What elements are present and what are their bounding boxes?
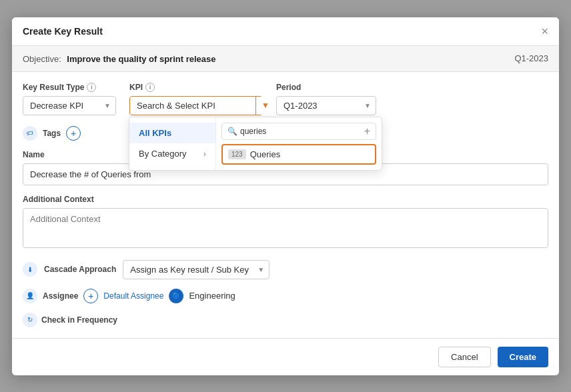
tags-label: Tags: [43, 129, 61, 138]
assignee-avatar: 🔵: [169, 289, 183, 303]
kpi-tab-category[interactable]: By Category ›: [129, 143, 215, 164]
objective-name: Improve the quality of sprint release: [67, 54, 215, 64]
key-result-type-info-icon[interactable]: i: [87, 83, 96, 92]
modal-footer: Cancel Create: [12, 338, 559, 375]
objective-text: Objective: Improve the quality of sprint…: [23, 53, 216, 65]
key-result-type-select[interactable]: Decrease KPI Increase KPI Achieve KPI: [23, 96, 116, 115]
modal-body: Key Result Type i Decrease KPI Increase …: [12, 72, 559, 338]
kpi-result-badge: 123: [228, 149, 246, 159]
period-select[interactable]: Q1-2023 Q2-2023 Q3-2023 Q4-2023: [276, 96, 376, 115]
kpi-category-arrow-icon: ›: [203, 149, 206, 159]
cascade-label: Cascade Approach: [44, 265, 116, 274]
create-button[interactable]: Create: [498, 347, 548, 367]
assignee-label: Assignee: [43, 291, 78, 301]
key-result-type-label: Key Result Type i: [23, 83, 116, 92]
form-top-row: Key Result Type i Decrease KPI Increase …: [23, 83, 548, 115]
cancel-button[interactable]: Cancel: [438, 347, 490, 367]
key-result-type-select-wrapper: Decrease KPI Increase KPI Achieve KPI ▼: [23, 96, 116, 115]
assignee-avatar-icon: 🔵: [172, 292, 180, 299]
tags-icon: 🏷: [23, 126, 37, 141]
cascade-select[interactable]: Assign as Key result / Sub Key ...: [123, 260, 269, 279]
objective-period: Q1-2023: [514, 53, 548, 63]
kpi-search-input[interactable]: [130, 97, 255, 115]
kpi-info-icon[interactable]: i: [145, 83, 155, 92]
kpi-dropdown: All KPIs By Category › 🔍: [129, 117, 382, 171]
modal: Create Key Result × Objective: Improve t…: [12, 17, 559, 375]
kpi-label: KPI i: [129, 83, 263, 92]
checkin-section: ↻ Check in Frequency: [23, 313, 548, 327]
assignee-add-button[interactable]: +: [83, 289, 98, 303]
key-result-type-group: Key Result Type i Decrease KPI Increase …: [23, 83, 116, 115]
period-select-wrapper: Q1-2023 Q2-2023 Q3-2023 Q4-2023 ▼: [276, 96, 376, 115]
modal-overlay: Create Key Result × Objective: Improve t…: [0, 0, 571, 392]
kpi-dropdown-left-panel: All KPIs By Category ›: [129, 117, 216, 170]
context-textarea[interactable]: [23, 208, 548, 248]
kpi-search-field[interactable]: [240, 127, 362, 136]
context-section: Additional Context: [23, 195, 548, 251]
context-label: Additional Context: [23, 195, 548, 204]
kpi-group: KPI i ▼ All KPIs: [129, 83, 263, 115]
kpi-search-add-button[interactable]: +: [364, 126, 370, 137]
kpi-search-row: 🔍 +: [221, 123, 376, 140]
kpi-search-icon: 🔍: [227, 127, 237, 136]
modal-title: Create Key Result: [23, 26, 103, 37]
kpi-input-wrapper: ▼: [129, 96, 263, 115]
assignee-name: Engineering: [189, 291, 235, 301]
cascade-section: ⬇ Cascade Approach Assign as Key result …: [23, 260, 548, 279]
default-assignee-label: Default Assignee: [103, 291, 163, 301]
assignee-icon: 👤: [23, 289, 37, 303]
checkin-icon: ↻: [23, 313, 37, 327]
objective-label: Objective:: [23, 54, 61, 64]
cascade-icon: ⬇: [23, 262, 37, 277]
kpi-tab-all[interactable]: All KPIs: [129, 123, 215, 143]
period-label: Period: [276, 83, 376, 92]
period-group: Period Q1-2023 Q2-2023 Q3-2023 Q4-2023 ▼: [276, 83, 376, 115]
close-button[interactable]: ×: [541, 25, 548, 37]
tags-add-button[interactable]: +: [66, 126, 81, 141]
kpi-dropdown-right-panel: 🔍 + 123 Queries: [216, 117, 382, 170]
checkin-label: Check in Frequency: [41, 315, 117, 325]
assignee-section: 👤 Assignee + Default Assignee 🔵 Engineer…: [23, 289, 548, 303]
cascade-select-wrapper: Assign as Key result / Sub Key ... ▼: [123, 260, 269, 279]
modal-header: Create Key Result ×: [12, 17, 559, 46]
kpi-dropdown-button[interactable]: ▼: [255, 97, 275, 115]
kpi-result-name: Queries: [250, 149, 281, 159]
objective-bar: Objective: Improve the quality of sprint…: [12, 46, 559, 72]
kpi-result-queries[interactable]: 123 Queries: [221, 144, 376, 165]
